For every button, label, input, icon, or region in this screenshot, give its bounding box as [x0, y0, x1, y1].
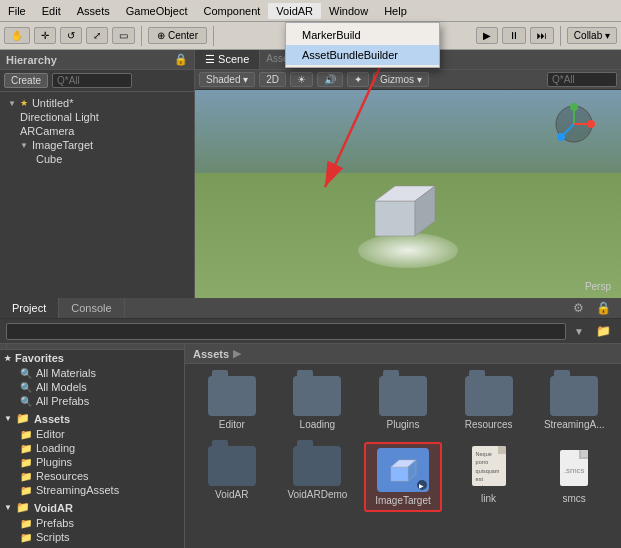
tab-project[interactable]: Project: [0, 298, 59, 318]
menu-gameobject[interactable]: GameObject: [118, 3, 196, 19]
folder-icon3: 📁: [20, 443, 32, 454]
center-button[interactable]: ⊕ Center: [148, 27, 207, 44]
toolbar-separator2: [213, 26, 214, 46]
triangle-down-voidar: ▼: [4, 503, 12, 512]
hier-item-label: ARCamera: [20, 125, 74, 137]
project-settings-icon[interactable]: ⚙: [569, 299, 588, 317]
menu-window[interactable]: Window: [321, 3, 376, 19]
sidebar-favorites-header[interactable]: ★ Favorites: [0, 350, 184, 366]
project-tabs-bar: Project Console ⚙ 🔒: [0, 298, 621, 319]
project-search-input[interactable]: [6, 323, 566, 340]
sidebar-group-favorites: ★ Favorites 🔍 All Materials 🔍 All Models…: [0, 350, 184, 408]
svg-marker-0: [375, 201, 415, 236]
tab-console[interactable]: Console: [59, 298, 124, 318]
leaf-label: StreamingAssets: [36, 484, 119, 496]
bottom-area: Project Console ⚙ 🔒 ▼ 📁 ★ Favorites 🔍: [0, 298, 621, 548]
terrain-bg: Persp: [195, 90, 621, 298]
hand-tool-button[interactable]: ✋: [4, 27, 30, 44]
sidebar-plugins[interactable]: 📁 Plugins: [0, 455, 184, 469]
sidebar-all-prefabs[interactable]: 🔍 All Prefabs: [0, 394, 184, 408]
asset-voidardemo[interactable]: VoidARDemo: [279, 442, 357, 512]
sidebar-assets-header[interactable]: ▼ 📁 Assets: [0, 410, 184, 427]
sidebar-loading[interactable]: 📁 Loading: [0, 441, 184, 455]
link-doc-icon: Neque porroquisquam estqui dolorem.: [469, 446, 509, 490]
scene-canvas[interactable]: Persp: [195, 90, 621, 298]
folder-icon6: 📁: [20, 485, 32, 496]
folder-voidardemo-icon: [293, 446, 341, 486]
svg-marker-12: [391, 467, 408, 481]
sidebar-voidar-header[interactable]: ▼ 📁 VoidAR: [0, 499, 184, 516]
lighting-button[interactable]: ☀: [290, 72, 313, 87]
mode-2d-button[interactable]: 2D: [259, 72, 286, 87]
step-button[interactable]: ⏭: [530, 27, 554, 44]
rotate-tool-button[interactable]: ↺: [60, 27, 82, 44]
asset-loading[interactable]: Loading: [279, 372, 357, 434]
hierarchy-item-imagetarget[interactable]: ▼ ImageTarget: [0, 138, 194, 152]
imagetarget-icon: ▶: [377, 448, 429, 492]
menu-assets[interactable]: Assets: [69, 3, 118, 19]
collab-button[interactable]: Collab ▾: [567, 27, 617, 44]
sidebar-streaming-assets[interactable]: 📁 StreamingAssets: [0, 483, 184, 497]
leaf-label: All Materials: [36, 367, 96, 379]
hierarchy-create-button[interactable]: Create: [4, 73, 48, 88]
effects-button[interactable]: ✦: [347, 72, 369, 87]
hierarchy-item-directional-light[interactable]: Directional Light: [0, 110, 194, 124]
rect-tool-button[interactable]: ▭: [112, 27, 135, 44]
asset-imagetarget[interactable]: ▶ ImageTarget: [364, 442, 442, 512]
hier-item-label: Untitled*: [32, 97, 74, 109]
folder-button[interactable]: 📁: [592, 322, 615, 340]
menu-help[interactable]: Help: [376, 3, 415, 19]
menu-assetBundleBuilder[interactable]: AssetBundleBuilder: [286, 45, 439, 65]
sidebar-editor[interactable]: 📁 Editor: [0, 427, 184, 441]
scene-view-outer: ☰ Scene Asset Store Shaded ▾ 2D ☀ 🔊 ✦ Gi…: [195, 50, 621, 298]
hierarchy-item-untitled[interactable]: ▼ ★ Untitled*: [0, 96, 194, 110]
asset-voidar-label: VoidAR: [215, 489, 248, 500]
scene-toolbar: Shaded ▾ 2D ☀ 🔊 ✦ Gizmos ▾: [195, 70, 621, 90]
project-main: Assets ▶ Editor Loading Plugins: [185, 344, 621, 548]
sidebar-scripts[interactable]: 📁 Scripts: [0, 530, 184, 544]
folder-icon8: 📁: [20, 532, 32, 543]
shading-dropdown[interactable]: Shaded ▾: [199, 72, 255, 87]
asset-smcs[interactable]: .smcs smcs: [535, 442, 613, 512]
voidar-label: VoidAR: [34, 502, 73, 514]
hierarchy-search-input[interactable]: [52, 73, 132, 88]
scene-search-input[interactable]: [547, 72, 617, 87]
menu-voidar[interactable]: VoidAR: [268, 3, 321, 19]
star-icon: ★: [20, 98, 28, 108]
tab-scene[interactable]: ☰ Scene: [195, 50, 260, 69]
asset-plugins[interactable]: Plugins: [364, 372, 442, 434]
asset-editor[interactable]: Editor: [193, 372, 271, 434]
leaf-label: Plugins: [36, 456, 72, 468]
asset-editor-label: Editor: [219, 419, 245, 430]
menu-markerBuild[interactable]: MarkerBuild: [286, 25, 439, 45]
assets-path-separator: ▶: [233, 347, 241, 360]
folder-icon2: 📁: [20, 429, 32, 440]
menu-component[interactable]: Component: [195, 3, 268, 19]
move-tool-button[interactable]: ✛: [34, 27, 56, 44]
folder-icon4: 📁: [20, 457, 32, 468]
pause-button[interactable]: ⏸: [502, 27, 526, 44]
sidebar-all-models[interactable]: 🔍 All Models: [0, 380, 184, 394]
triangle-down-assets: ▼: [4, 414, 12, 423]
asset-resources[interactable]: Resources: [450, 372, 528, 434]
sidebar-all-materials[interactable]: 🔍 All Materials: [0, 366, 184, 380]
search-options-button[interactable]: ▼: [570, 324, 588, 339]
menu-file[interactable]: File: [0, 3, 34, 19]
folder-voidar-icon: [208, 446, 256, 486]
asset-link[interactable]: Neque porroquisquam estqui dolorem. link: [450, 442, 528, 512]
folder-icon7: 📁: [20, 518, 32, 529]
triangle-down-icon2: ▼: [20, 141, 28, 150]
sidebar-resources[interactable]: 📁 Resources: [0, 469, 184, 483]
gizmos-dropdown[interactable]: Gizmos ▾: [373, 72, 429, 87]
hierarchy-item-cube[interactable]: Cube: [0, 152, 194, 166]
asset-resources-label: Resources: [465, 419, 513, 430]
audio-button[interactable]: 🔊: [317, 72, 343, 87]
menu-edit[interactable]: Edit: [34, 3, 69, 19]
scale-tool-button[interactable]: ⤢: [86, 27, 108, 44]
asset-streaming[interactable]: StreamingA...: [535, 372, 613, 434]
hierarchy-item-arcamera[interactable]: ARCamera: [0, 124, 194, 138]
sidebar-prefabs[interactable]: 📁 Prefabs: [0, 516, 184, 530]
asset-voidar[interactable]: VoidAR: [193, 442, 271, 512]
play-button[interactable]: ▶: [476, 27, 498, 44]
project-lock-icon[interactable]: 🔒: [592, 299, 615, 317]
